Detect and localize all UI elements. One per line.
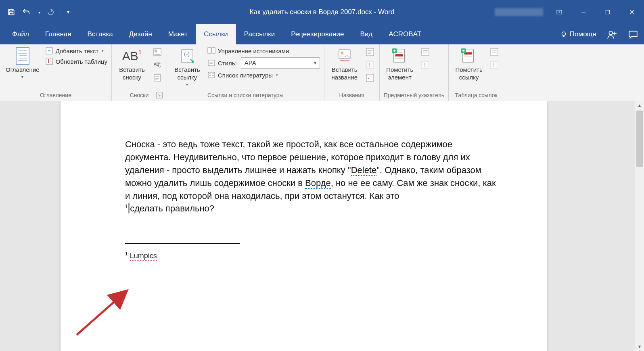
document-area[interactable]: Сноска - это ведь тоже текст, такой же п… xyxy=(0,101,644,351)
share-icon[interactable] xyxy=(607,29,617,40)
footnote-content: Lumpics xyxy=(130,252,157,261)
tab-home[interactable]: Главная xyxy=(37,24,79,44)
add-text-button[interactable]: + Добавить текст▾ xyxy=(45,47,107,55)
scroll-thumb[interactable] xyxy=(636,111,643,167)
delete-word: Delete xyxy=(351,165,377,176)
save-icon[interactable] xyxy=(7,8,15,16)
tab-design[interactable]: Дизайн xyxy=(121,24,160,44)
tell-me-label: Помощн xyxy=(570,30,596,38)
group-footnotes: AB1 Вставить сноску [i] AB1 Сноски↘ xyxy=(112,44,167,101)
para-text-4: сделать правильно? xyxy=(130,203,214,213)
manage-sources-label: Управление источниками xyxy=(218,48,289,54)
svg-rect-0 xyxy=(10,9,13,11)
maximize-button[interactable] xyxy=(596,0,620,24)
tab-mailings[interactable]: Рассылки xyxy=(236,24,283,44)
citation-style-select[interactable]: Стиль: APA xyxy=(207,57,320,69)
footnote-text[interactable]: 1 Lumpics xyxy=(125,251,498,260)
page-1[interactable]: Сноска - это ведь тоже текст, такой же п… xyxy=(61,101,547,351)
insert-table-of-figures-button[interactable] xyxy=(365,47,375,57)
mark-citation-icon xyxy=(460,48,477,65)
footnotes-dialog-launcher[interactable]: ↘ xyxy=(156,92,163,98)
style-value[interactable]: APA xyxy=(241,57,320,69)
insert-citation-button[interactable]: (-) Вставить ссылку ▾ xyxy=(171,47,203,88)
group-toa-label: Таблица ссылок xyxy=(453,91,500,100)
tab-references[interactable]: Ссылки xyxy=(196,24,236,44)
svg-text:-: - xyxy=(368,76,369,80)
mark-citation-button[interactable]: Пометить ссылку xyxy=(453,47,485,82)
tab-layout[interactable]: Макет xyxy=(160,24,196,44)
svg-rect-38 xyxy=(208,72,215,78)
insert-index-button[interactable] xyxy=(420,47,431,57)
add-text-icon: + xyxy=(45,47,53,55)
ribbon: Оглавление ▾ + Добавить текст▾ ! Об xyxy=(0,44,644,101)
redo-icon[interactable] xyxy=(46,8,54,16)
update-index-button[interactable]: ! xyxy=(420,60,431,70)
tab-review[interactable]: Рецензирование xyxy=(283,24,352,44)
vertical-scrollbar[interactable]: ▲ ▼ xyxy=(635,101,644,351)
svg-point-8 xyxy=(609,31,613,35)
svg-rect-4 xyxy=(606,10,609,14)
svg-text:!: ! xyxy=(369,62,370,68)
customize-qat-icon[interactable]: ▾ xyxy=(64,8,72,16)
cross-reference-button[interactable]: - xyxy=(365,73,375,83)
svg-rect-35 xyxy=(208,60,215,66)
next-footnote-button[interactable]: AB1 xyxy=(152,60,163,70)
update-toc-button[interactable]: ! Обновить таблицу xyxy=(45,57,107,65)
insert-caption-button[interactable]: Вставить название xyxy=(328,47,361,82)
footnote-reference[interactable]: 1 xyxy=(125,203,128,209)
svg-text:AB: AB xyxy=(154,62,159,67)
svg-text:+: + xyxy=(48,48,50,54)
update-toa-button[interactable]: ! xyxy=(489,60,500,70)
group-toc-label: Оглавление xyxy=(4,91,107,100)
svg-text:!: ! xyxy=(424,62,425,68)
show-notes-button[interactable] xyxy=(152,73,163,83)
bibliography-button[interactable]: Список литературы▾ xyxy=(207,71,320,79)
svg-point-44 xyxy=(341,52,343,54)
scroll-up-icon[interactable]: ▲ xyxy=(635,101,644,110)
svg-rect-11 xyxy=(16,48,29,65)
svg-rect-33 xyxy=(208,48,211,53)
text-cursor xyxy=(128,203,130,213)
manage-sources-button[interactable]: Управление источниками xyxy=(207,47,320,55)
group-toa: Пометить ссылку ! Таблица ссылок xyxy=(449,44,504,101)
svg-rect-34 xyxy=(212,48,215,53)
toc-button-label: Оглавление xyxy=(6,66,40,74)
svg-rect-19 xyxy=(46,58,52,65)
vorde-word: Ворде xyxy=(305,178,331,189)
close-button[interactable] xyxy=(620,0,644,24)
tab-view[interactable]: Вид xyxy=(352,24,381,44)
svg-text:!: ! xyxy=(493,62,494,68)
ribbon-display-options-icon[interactable] xyxy=(547,0,571,24)
group-index-label: Предметный указатель xyxy=(384,91,444,100)
tab-acrobat[interactable]: ACROBAT xyxy=(381,24,429,44)
tab-insert[interactable]: Вставка xyxy=(79,24,121,44)
undo-icon[interactable] xyxy=(20,8,32,16)
insert-citation-label: Вставить ссылку xyxy=(174,66,200,81)
comments-icon[interactable] xyxy=(628,29,638,40)
insert-endnote-button[interactable]: [i] xyxy=(152,47,163,57)
account-area[interactable] xyxy=(495,8,543,16)
group-index: Пометить элемент ! Предметный указатель xyxy=(380,44,449,101)
tab-file[interactable]: Файл xyxy=(4,24,37,44)
group-citations-label: Ссылки и списки литературы xyxy=(171,91,320,100)
update-table-of-figures-button[interactable]: ! xyxy=(365,60,375,70)
footnote-number: 1 xyxy=(125,251,128,257)
svg-rect-73 xyxy=(491,48,498,56)
minimize-button[interactable] xyxy=(571,0,596,24)
body-paragraph[interactable]: Сноска - это ведь тоже текст, такой же п… xyxy=(125,138,498,215)
insert-footnote-icon: AB1 xyxy=(123,48,140,65)
insert-caption-label: Вставить название xyxy=(332,66,358,81)
insert-caption-icon xyxy=(336,48,353,65)
insert-toa-button[interactable] xyxy=(489,47,500,57)
toc-button[interactable]: Оглавление ▾ xyxy=(4,47,41,80)
ribbon-tabs: Файл Главная Вставка Дизайн Макет Ссылки… xyxy=(0,24,644,44)
mark-citation-label: Пометить ссылку xyxy=(456,66,483,81)
insert-footnote-button[interactable]: AB1 Вставить сноску xyxy=(116,47,148,82)
bibliography-label: Список литературы xyxy=(218,72,273,79)
undo-dropdown-icon[interactable]: ▾ xyxy=(37,8,41,16)
manage-sources-icon xyxy=(207,47,215,55)
mark-index-entry-button[interactable]: Пометить элемент xyxy=(384,47,416,82)
svg-text:!: ! xyxy=(48,58,49,64)
tell-me[interactable]: Помощн xyxy=(560,30,596,38)
scroll-down-icon[interactable]: ▼ xyxy=(635,342,644,351)
